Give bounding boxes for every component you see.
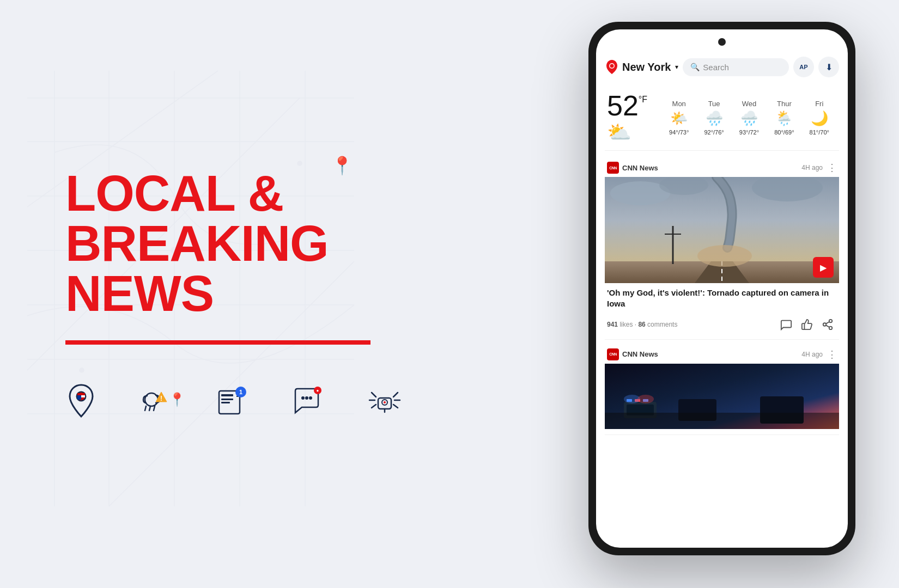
headline: LOCAL & BREAKING NEWS [65, 168, 398, 318]
share-icon [822, 318, 834, 330]
news-image-2[interactable] [605, 364, 839, 429]
news-actions-1: 941 likes · 86 comments [605, 313, 839, 334]
phone-device: New York ▾ 🔍 Search AP ⬇ [588, 22, 855, 555]
svg-point-35 [305, 396, 308, 400]
location-flag-icon [65, 383, 97, 420]
day-temps-tue: 92°/76° [704, 129, 724, 136]
likes-count-1: 941 [607, 321, 618, 328]
features-row: ! 1 ● [65, 383, 398, 420]
more-options-btn-1[interactable]: ⋮ [827, 162, 837, 174]
cnn-logo-1: CNN [607, 162, 619, 174]
cnn-text-1: CNN [609, 166, 617, 170]
day-name-tue: Tue [708, 100, 720, 108]
news-title-1: 'Oh my God, it's violent!': Tornado capt… [605, 283, 839, 313]
day-temps-fri: 81°/70° [810, 129, 829, 136]
ap-icon: AP [799, 64, 807, 70]
search-bar[interactable]: 🔍 Search [683, 58, 789, 76]
comment-icon [780, 318, 792, 330]
day-icon-thur: 🌦️ [775, 110, 793, 127]
news-image-1[interactable]: ▶ [605, 177, 839, 283]
day-temps-wed: 93°/72° [739, 129, 759, 136]
forecast-day-mon: Mon 🌤️ 94°/73° [669, 100, 689, 136]
svg-line-43 [372, 405, 376, 408]
svg-point-71 [637, 395, 654, 403]
svg-rect-21 [77, 393, 85, 395]
day-icon-wed: 🌧️ [740, 110, 758, 127]
svg-line-44 [393, 405, 398, 408]
news-feature-icon: 1 [216, 385, 247, 417]
svg-line-25 [149, 406, 150, 411]
comment-action-1[interactable] [777, 315, 795, 334]
ap-button[interactable]: AP [793, 57, 814, 77]
day-name-mon: Mon [672, 100, 686, 108]
news-time-2: 4H ago [801, 351, 823, 358]
download-icon: ⬇ [825, 62, 833, 72]
left-section: LOCAL & BREAKING NEWS [0, 0, 398, 588]
headline-line3: NEWS [65, 268, 398, 318]
red-divider [65, 340, 370, 345]
weather-alert-icon-svg: ! [141, 383, 172, 420]
svg-point-46 [384, 401, 386, 403]
comments-label-1: comments [647, 321, 677, 328]
forecast-day-tue: Tue 🌧️ 92°/76° [704, 100, 724, 136]
forecast-day-wed: Wed 🌧️ 93°/72° [739, 100, 759, 136]
chat-feature-icon: ● [291, 385, 323, 417]
svg-line-39 [372, 393, 376, 397]
svg-rect-22 [77, 395, 81, 400]
svg-rect-29 [221, 394, 233, 396]
phone-camera [718, 38, 726, 46]
more-options-btn-2[interactable]: ⋮ [827, 348, 837, 360]
phone-screen: New York ▾ 🔍 Search AP ⬇ [596, 29, 848, 548]
day-icon-mon: 🌤️ [670, 110, 688, 127]
alarm-feature-icon [366, 383, 403, 420]
day-temps-thur: 80°/69° [774, 129, 794, 136]
current-weather-icon: ⛅ [607, 121, 631, 144]
forecast-days: Mon 🌤️ 94°/73° Tue 🌧️ 92°/76° Wed [661, 100, 837, 136]
cnn-text-2: CNN [609, 352, 617, 356]
chat-badge: ● [314, 387, 321, 394]
svg-rect-31 [221, 402, 230, 403]
weather-alert-feature-icon: ! [141, 383, 172, 420]
location-button[interactable]: New York ▾ [605, 59, 678, 75]
headline-line2: BREAKING [65, 218, 398, 268]
share-action-1[interactable] [818, 315, 837, 334]
phone-frame: New York ▾ 🔍 Search AP ⬇ [588, 22, 855, 555]
phone-header: New York ▾ 🔍 Search AP ⬇ [605, 57, 839, 77]
svg-line-26 [154, 406, 155, 411]
news-card-1-header: CNN CNN News 4H ago ⋮ [605, 157, 839, 177]
location-feature-icon [65, 383, 97, 420]
search-placeholder: Search [703, 63, 729, 72]
headline-line1: LOCAL & [65, 168, 398, 218]
phone-content: New York ▾ 🔍 Search AP ⬇ [596, 29, 848, 548]
day-name-fri: Fri [815, 100, 823, 108]
news-image-2-svg [605, 364, 839, 429]
likes-label-1: likes · [619, 321, 638, 328]
like-icon [801, 318, 813, 330]
svg-point-36 [309, 396, 312, 400]
like-action-1[interactable] [798, 315, 816, 334]
svg-rect-74 [605, 413, 839, 429]
news-source-2: CNN CNN News [607, 348, 658, 360]
weather-section: 52 °F ⛅ Mon 🌤️ 94°/73° [605, 85, 839, 151]
day-name-wed: Wed [742, 100, 757, 108]
news-card-2: CNN CNN News 4H ago ⋮ [605, 344, 839, 435]
svg-line-63 [826, 321, 829, 323]
svg-point-48 [610, 64, 614, 68]
download-button[interactable]: ⬇ [818, 57, 839, 77]
location-pin-icon [605, 59, 619, 75]
svg-point-61 [829, 326, 833, 329]
news-stats-1: 941 likes · 86 comments [607, 321, 775, 328]
svg-point-53 [697, 245, 752, 267]
play-button-1[interactable]: ▶ [813, 257, 834, 278]
svg-point-34 [301, 396, 305, 400]
svg-line-40 [393, 393, 398, 397]
forecast-day-fri: Fri 🌙 81°/70° [810, 100, 829, 136]
alarm-icon-svg [366, 383, 403, 420]
news-time-1: 4H ago [801, 164, 823, 171]
svg-point-60 [823, 323, 827, 326]
news-meta-1: 4H ago ⋮ [801, 162, 837, 174]
news-badge: 1 [235, 387, 246, 397]
svg-point-59 [829, 319, 833, 322]
svg-rect-30 [221, 399, 233, 400]
source-name-2: CNN News [622, 350, 658, 358]
